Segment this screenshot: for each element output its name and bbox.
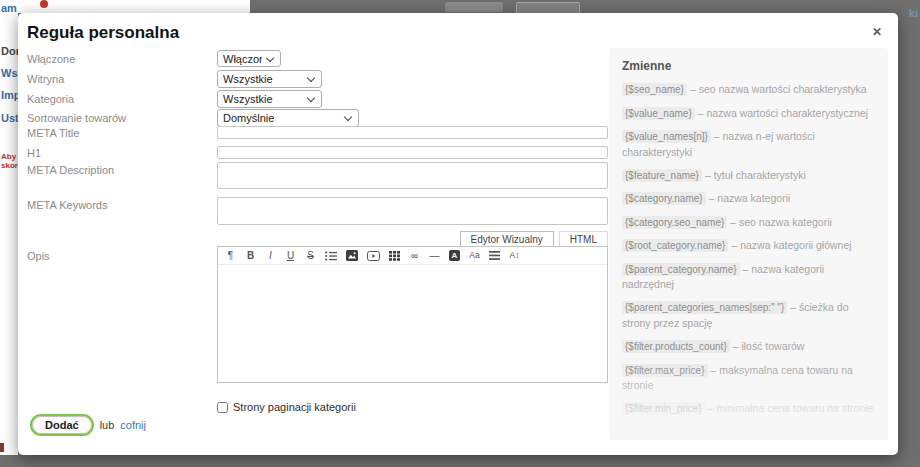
background-link: am: [1, 2, 17, 14]
chevron-down-icon: [307, 94, 315, 102]
chevron-down-icon: [266, 53, 274, 61]
editor-toolbar: ¶ B I U S ∞ — A: [218, 247, 607, 265]
page-title: Reguła personalna: [27, 23, 179, 43]
background-sidebar: am Dom Ws Imp Ust Aby skor: [0, 0, 18, 455]
variable-item: {$seo_name} – seo nazwa wartości charakt…: [622, 82, 875, 98]
bold-icon[interactable]: B: [245, 249, 256, 262]
meta-description-label: META Description: [27, 164, 114, 176]
variable-item: {$root_category.name} – nazwa kategorii …: [622, 238, 875, 254]
h1-input[interactable]: [217, 146, 608, 159]
link-icon[interactable]: ∞: [409, 249, 420, 262]
site-select[interactable]: Wszystkie: [217, 70, 322, 88]
horizontal-rule-icon[interactable]: —: [429, 249, 440, 262]
font-case-icon[interactable]: Aa: [469, 249, 480, 262]
video-icon[interactable]: [367, 249, 380, 262]
close-icon[interactable]: ✕: [872, 26, 882, 38]
screen: am Dom Ws Imp Ust Aby skor ki Reguła per…: [0, 0, 920, 467]
italic-icon[interactable]: I: [265, 249, 276, 262]
meta-keywords-textarea[interactable]: [217, 197, 608, 225]
add-button[interactable]: Dodać: [30, 414, 94, 436]
text-color-icon[interactable]: A: [449, 249, 460, 262]
personal-rule-dialog: Reguła personalna ✕ Włączone Witryna Kat…: [18, 13, 898, 455]
background-notice: Aby: [1, 152, 16, 161]
meta-keywords-label: META Keywords: [27, 199, 108, 211]
variable-item: {$parent_categories_names|sep:" "} – ści…: [622, 300, 875, 331]
background-header-strip: [0, 0, 250, 13]
variables-title: Zmienne: [622, 59, 875, 73]
variable-item: {$filter.max_price} – maksymalna cena to…: [622, 363, 875, 394]
or-text: lub: [100, 419, 115, 431]
background-link: Dom: [1, 45, 18, 57]
image-icon[interactable]: [346, 249, 358, 262]
dialog-actions: Dodać lub cofnij: [30, 414, 146, 436]
enabled-select[interactable]: Włączone: [217, 50, 281, 67]
paragraph-icon[interactable]: ¶: [225, 249, 236, 262]
meta-title-label: META Title: [27, 127, 79, 139]
align-icon[interactable]: [489, 249, 500, 262]
underline-icon[interactable]: U: [285, 249, 296, 262]
variable-item: {$value_names[n]} – nazwa n-ej wartości …: [622, 129, 875, 160]
background-button: [445, 2, 503, 12]
variable-item: {$filter.products_count} – ilość towarów: [622, 339, 875, 355]
variable-item: {$parent_category.name} – nazwa kategori…: [622, 262, 875, 293]
bullet-list-icon[interactable]: [325, 249, 337, 262]
variable-item: {$category.seo_name} – seo nazwa kategor…: [622, 215, 875, 231]
variable-item: {$value_name} – nazwa wartości charakter…: [622, 106, 875, 122]
background-link: Imp: [1, 89, 18, 101]
variable-item: {$feature_name} – tytuł charakterystyki: [622, 168, 875, 184]
opis-label: Opis: [27, 250, 50, 262]
variable-item: {$category.name} – nazwa kategorii: [622, 191, 875, 207]
background-link: Ust: [1, 112, 18, 124]
cancel-link[interactable]: cofnij: [120, 419, 146, 431]
category-label: Kategoria: [27, 93, 74, 105]
sorting-label: Sortowanie towarów: [27, 112, 126, 124]
strikethrough-icon[interactable]: S: [305, 249, 316, 262]
background-link: ki: [909, 7, 918, 19]
variable-item: {$filter.max_price_without_currency} – m…: [622, 425, 875, 440]
variable-item: {$filter.min_price} – minimalna cena tow…: [622, 401, 875, 417]
background-fragment: [0, 443, 4, 452]
line-height-icon[interactable]: A↕: [509, 249, 520, 262]
h1-label: H1: [27, 147, 41, 159]
opis-editor: ¶ B I U S ∞ — A: [217, 246, 608, 383]
variables-panel: Zmienne {$seo_name} – seo nazwa wartości…: [609, 48, 888, 440]
table-icon[interactable]: [389, 249, 400, 262]
meta-description-textarea[interactable]: [217, 162, 608, 189]
enabled-label: Włączone: [27, 53, 75, 65]
background-link: Ws: [1, 67, 18, 79]
pagination-checkbox[interactable]: [217, 402, 228, 413]
chevron-down-icon: [307, 74, 315, 82]
pagination-checkbox-row: Strony paginacji kategorii: [217, 401, 356, 413]
category-select[interactable]: Wszystkie: [217, 90, 322, 108]
site-label: Witryna: [27, 73, 64, 85]
notification-badge: [40, 0, 48, 8]
meta-title-input[interactable]: [217, 126, 608, 139]
chevron-down-icon: [344, 113, 352, 121]
background-notice: skor: [1, 161, 18, 170]
editor-content-area[interactable]: [218, 265, 607, 383]
pagination-checkbox-label: Strony paginacji kategorii: [233, 401, 356, 413]
sorting-select[interactable]: Domyślnie: [217, 109, 359, 127]
